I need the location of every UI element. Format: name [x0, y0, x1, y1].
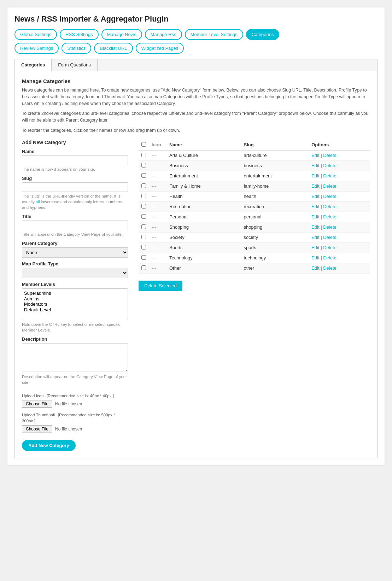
delete-link[interactable]: Delete: [323, 194, 337, 199]
nav-btn-rss-settings[interactable]: RSS Settings: [60, 29, 98, 40]
row-name: Recreation: [166, 201, 241, 212]
name-input[interactable]: [22, 155, 128, 165]
member-level-option[interactable]: Superadmins: [24, 290, 126, 296]
row-checkbox[interactable]: [141, 173, 146, 178]
row-checkbox[interactable]: [141, 265, 146, 270]
edit-link[interactable]: Edit: [311, 224, 319, 230]
edit-link[interactable]: Edit: [311, 183, 319, 189]
slug-hint-link[interactable]: all: [36, 200, 40, 204]
delete-link[interactable]: Delete: [323, 163, 337, 168]
delete-link[interactable]: Delete: [323, 265, 337, 271]
row-icon: ---: [149, 171, 166, 181]
row-checkbox[interactable]: [141, 194, 146, 198]
table-row: --- Sports sports Edit | Delete: [139, 242, 370, 253]
row-icon: ---: [149, 201, 166, 212]
description-label: Description: [22, 336, 128, 342]
description-textarea[interactable]: [22, 343, 128, 371]
panel-body: Manage Categories News categories can be…: [15, 71, 377, 458]
row-name: Personal: [166, 212, 241, 222]
add-new-category-button[interactable]: Add New Category: [22, 440, 76, 451]
member-level-option[interactable]: Admins: [24, 296, 126, 302]
tab-categories-tab[interactable]: Categories: [15, 59, 52, 71]
member-level-option[interactable]: Moderators: [24, 301, 126, 307]
nav-btn-manage-rss[interactable]: Manage Rss: [145, 29, 182, 40]
page-title: News / RSS Importer & Aggregator Plugin: [14, 14, 378, 24]
upload-icon-label: Upload Icon [Recommended size is: 40px *…: [22, 393, 128, 399]
title-input[interactable]: [22, 221, 128, 230]
slug-input[interactable]: [22, 182, 128, 192]
delete-link[interactable]: Delete: [323, 224, 337, 230]
edit-link[interactable]: Edit: [311, 245, 319, 250]
row-name: Sports: [166, 242, 241, 253]
edit-link[interactable]: Edit: [311, 265, 319, 271]
delete-link[interactable]: Delete: [323, 245, 337, 250]
row-checkbox[interactable]: [141, 235, 146, 239]
row-checkbox[interactable]: [141, 204, 146, 209]
delete-link[interactable]: Delete: [323, 183, 337, 189]
nav-btn-manage-news[interactable]: Manage News: [101, 29, 142, 40]
table-row: --- Society society Edit | Delete: [139, 232, 370, 242]
row-name: Arts & Culture: [166, 150, 241, 160]
parent-category-select[interactable]: None: [22, 247, 128, 258]
upload-icon-hint: [Recommended size is: 40px * 40px.]: [47, 394, 114, 398]
nav-btn-member-level-settings[interactable]: Member Level Settings: [185, 29, 243, 40]
member-levels-listbox[interactable]: SuperadminsAdminsModeratorsDefault Level: [22, 288, 128, 320]
nav-btn-categories[interactable]: Categories: [246, 29, 280, 40]
choose-icon-button[interactable]: Choose File: [22, 400, 52, 408]
map-profile-label: Map Profile Type: [22, 261, 128, 266]
edit-link[interactable]: Edit: [311, 153, 319, 158]
nav-btn-statistics[interactable]: Statistics: [62, 43, 91, 54]
upload-thumb-label: Upload Thumbnail [Recommended size is: 5…: [22, 412, 128, 423]
row-icon: ---: [149, 160, 166, 171]
col-slug: Slug: [241, 140, 309, 151]
row-name: Business: [166, 160, 241, 171]
row-checkbox[interactable]: [141, 183, 146, 188]
row-slug: arts-culture: [241, 150, 309, 160]
edit-link[interactable]: Edit: [311, 255, 319, 260]
nav-btn-review-settings[interactable]: Review Settings: [14, 43, 59, 54]
row-icon: ---: [149, 232, 166, 242]
slug-hint: The "slug" is the URL-friendly version o…: [22, 193, 128, 210]
nav-btn-widgetized-pages[interactable]: Widgetized Pages: [136, 43, 184, 54]
edit-link[interactable]: Edit: [311, 214, 319, 219]
table-row: --- Family & Home family-home Edit | Del…: [139, 181, 370, 191]
row-checkbox[interactable]: [141, 163, 146, 168]
delete-link[interactable]: Delete: [323, 255, 337, 260]
row-checkbox[interactable]: [141, 255, 146, 260]
row-name: Technology: [166, 253, 241, 263]
edit-link[interactable]: Edit: [311, 204, 319, 209]
edit-link[interactable]: Edit: [311, 194, 319, 199]
col-icon: Icon: [149, 140, 166, 151]
edit-link[interactable]: Edit: [311, 235, 319, 240]
row-checkbox[interactable]: [141, 153, 146, 157]
delete-link[interactable]: Delete: [323, 214, 337, 219]
delete-link[interactable]: Delete: [323, 204, 337, 209]
select-all-checkbox[interactable]: [141, 142, 146, 147]
row-checkbox[interactable]: [141, 245, 146, 250]
row-checkbox[interactable]: [141, 224, 146, 229]
nav-btn-blacklist-url[interactable]: Blacklist URL: [94, 43, 133, 54]
nav-btn-global-settings[interactable]: Global Settings: [14, 29, 57, 40]
delete-selected-button[interactable]: Delete Selected: [139, 281, 182, 291]
row-options: Edit | Delete: [309, 160, 370, 171]
delete-link[interactable]: Delete: [323, 235, 337, 240]
row-options: Edit | Delete: [309, 232, 370, 242]
edit-link[interactable]: Edit: [311, 163, 319, 168]
info-text-1: News categories can be managed here. To …: [22, 87, 370, 107]
upload-thumb-row: Choose File No file chosen: [22, 425, 128, 433]
tab-form-questions-tab[interactable]: Form Questions: [52, 59, 97, 71]
map-profile-select[interactable]: [22, 268, 128, 278]
row-slug: personal: [241, 212, 309, 222]
table-row: --- Personal personal Edit | Delete: [139, 212, 370, 222]
delete-link[interactable]: Delete: [323, 153, 337, 158]
table-row: --- Other other Edit | Delete: [139, 263, 370, 273]
row-options: Edit | Delete: [309, 191, 370, 201]
table-row: --- Health health Edit | Delete: [139, 191, 370, 201]
choose-thumb-button[interactable]: Choose File: [22, 425, 52, 433]
row-checkbox[interactable]: [141, 214, 146, 219]
info-text-2: To create 2nd-level categories and 3rd-l…: [22, 110, 370, 124]
member-level-option[interactable]: Default Level: [24, 307, 126, 313]
delete-link[interactable]: Delete: [323, 173, 337, 178]
right-table: Icon Name Slug Options --- Arts & Cultur…: [139, 140, 370, 451]
edit-link[interactable]: Edit: [311, 173, 319, 178]
